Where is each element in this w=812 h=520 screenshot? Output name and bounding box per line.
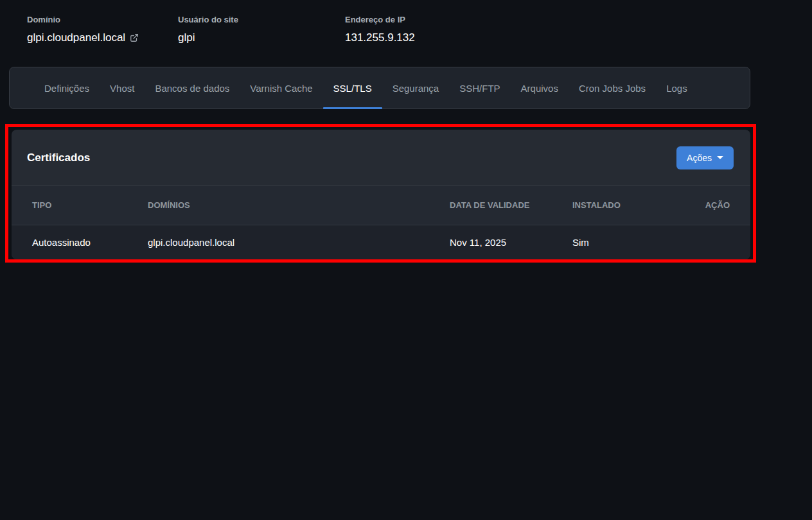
site-user-label: Usuário do site [178, 14, 345, 26]
cell-data-de-validade: Nov 11, 2025 [450, 225, 572, 259]
site-user-value: glpi [178, 31, 345, 45]
certificates-card-header: Certificados Ações [12, 130, 750, 186]
column-header-dominios: DOMÍNIOS [148, 186, 450, 225]
certificates-card: Certificados Ações TIPO DOMÍNIOS DATA DE… [12, 130, 750, 259]
cloudpanel-site-page: Domínio glpi.cloudpanel.local Usuário do… [0, 0, 812, 520]
tab-ssh-ftp[interactable]: SSH/FTP [449, 67, 510, 108]
tab-seguranca[interactable]: Segurança [382, 67, 450, 108]
ip-address-value: 131.255.9.132 [345, 31, 415, 45]
domain-label: Domínio [27, 14, 178, 26]
tab-varnish-cache[interactable]: Varnish Cache [240, 67, 322, 108]
info-field-domain: Domínio glpi.cloudpanel.local [27, 14, 178, 45]
tab-cron-jobs[interactable]: Cron Jobs Jobs [569, 67, 656, 108]
tab-vhost[interactable]: Vhost [100, 67, 145, 108]
caret-down-icon [717, 156, 723, 159]
info-field-ip-address: Endereço de IP 131.255.9.132 [345, 14, 415, 45]
tab-logs[interactable]: Logs [656, 67, 698, 108]
tab-definicoes[interactable]: Definições [34, 67, 100, 108]
column-header-acao: AÇÃO [697, 186, 750, 225]
site-info-header: Domínio glpi.cloudpanel.local Usuário do… [27, 14, 415, 45]
external-link-icon[interactable] [130, 33, 139, 42]
column-header-tipo: TIPO [12, 186, 148, 225]
certificates-table: TIPO DOMÍNIOS DATA DE VALIDADE INSTALADO… [12, 186, 750, 259]
table-header-row: TIPO DOMÍNIOS DATA DE VALIDADE INSTALADO… [12, 186, 750, 225]
actions-button-label: Ações [687, 153, 712, 163]
info-field-site-user: Usuário do site glpi [178, 14, 345, 45]
actions-button[interactable]: Ações [676, 146, 734, 169]
tab-bancos-de-dados[interactable]: Bancos de dados [145, 67, 240, 108]
table-row: Autoassinado glpi.cloudpanel.local Nov 1… [12, 225, 750, 259]
cell-instalado: Sim [572, 225, 697, 259]
domain-value: glpi.cloudpanel.local [27, 31, 125, 45]
column-header-data-de-validade: DATA DE VALIDADE [450, 186, 572, 225]
tab-arquivos[interactable]: Arquivos [511, 67, 569, 108]
cell-acao [697, 225, 750, 259]
tab-ssl-tls[interactable]: SSL/TLS [323, 67, 382, 108]
card-title: Certificados [27, 152, 90, 164]
ip-address-label: Endereço de IP [345, 14, 415, 26]
cell-dominios: glpi.cloudpanel.local [148, 225, 450, 259]
column-header-instalado: INSTALADO [572, 186, 697, 225]
site-tab-bar: Definições Vhost Bancos de dados Varnish… [9, 67, 750, 109]
cell-tipo: Autoassinado [12, 225, 148, 259]
